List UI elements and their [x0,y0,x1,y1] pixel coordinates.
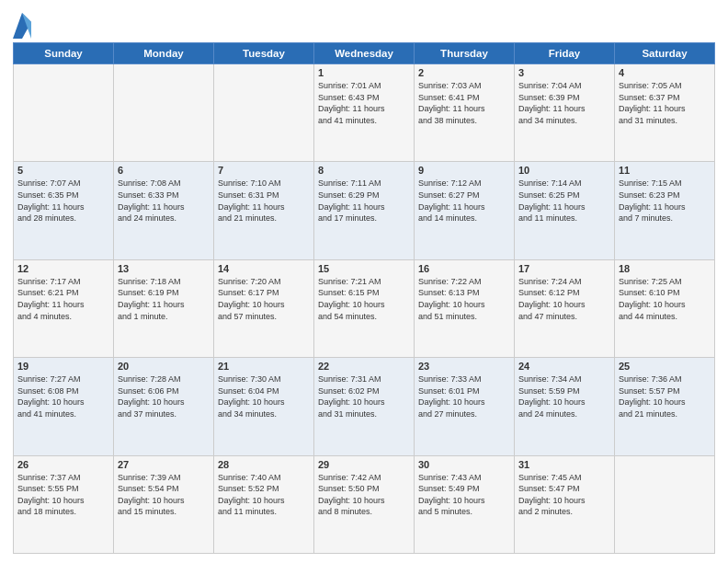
calendar-cell: 8Sunrise: 7:11 AMSunset: 6:29 PMDaylight… [314,162,415,259]
day-info: Sunrise: 7:05 AMSunset: 6:37 PMDaylight:… [619,80,711,126]
day-info: Sunrise: 7:20 AMSunset: 6:17 PMDaylight:… [218,276,310,322]
calendar-table: SundayMondayTuesdayWednesdayThursdayFrid… [13,42,715,554]
day-info: Sunrise: 7:17 AMSunset: 6:21 PMDaylight:… [17,276,109,322]
week-row-1: 5Sunrise: 7:07 AMSunset: 6:35 PMDaylight… [14,162,715,259]
day-info: Sunrise: 7:08 AMSunset: 6:33 PMDaylight:… [118,178,210,224]
calendar-header: SundayMondayTuesdayWednesdayThursdayFrid… [14,43,715,64]
day-info: Sunrise: 7:07 AMSunset: 6:35 PMDaylight:… [17,178,109,224]
calendar-cell: 15Sunrise: 7:21 AMSunset: 6:15 PMDayligh… [314,259,415,357]
calendar-cell: 26Sunrise: 7:37 AMSunset: 5:55 PMDayligh… [14,455,114,553]
day-number: 24 [518,361,610,372]
day-info: Sunrise: 7:21 AMSunset: 6:15 PMDaylight:… [318,276,410,322]
day-number: 12 [17,263,109,274]
day-info: Sunrise: 7:11 AMSunset: 6:29 PMDaylight:… [318,178,410,224]
calendar-cell: 4Sunrise: 7:05 AMSunset: 6:37 PMDaylight… [615,64,715,162]
calendar-cell [14,64,114,162]
day-info: Sunrise: 7:18 AMSunset: 6:19 PMDaylight:… [118,276,210,322]
calendar-cell: 24Sunrise: 7:34 AMSunset: 5:59 PMDayligh… [515,358,615,455]
calendar-cell: 9Sunrise: 7:12 AMSunset: 6:27 PMDaylight… [415,162,515,259]
day-number: 5 [17,165,109,176]
day-number: 17 [518,263,610,274]
day-number: 23 [418,361,510,372]
day-info: Sunrise: 7:43 AMSunset: 5:49 PMDaylight:… [418,472,510,518]
week-row-2: 12Sunrise: 7:17 AMSunset: 6:21 PMDayligh… [14,259,715,357]
day-info: Sunrise: 7:04 AMSunset: 6:39 PMDaylight:… [518,80,610,126]
calendar-cell: 20Sunrise: 7:28 AMSunset: 6:06 PMDayligh… [114,358,214,455]
day-number: 22 [318,361,410,372]
day-info: Sunrise: 7:42 AMSunset: 5:50 PMDaylight:… [318,472,410,518]
day-info: Sunrise: 7:27 AMSunset: 6:08 PMDaylight:… [17,373,109,419]
day-number: 6 [118,165,210,176]
day-number: 25 [619,361,711,372]
day-info: Sunrise: 7:45 AMSunset: 5:47 PMDaylight:… [518,472,610,518]
logo-icon [13,13,31,39]
day-header-friday: Friday [515,43,615,64]
week-row-3: 19Sunrise: 7:27 AMSunset: 6:08 PMDayligh… [14,358,715,455]
calendar-cell [615,455,715,553]
day-number: 7 [218,165,310,176]
day-number: 15 [318,263,410,274]
calendar-cell: 13Sunrise: 7:18 AMSunset: 6:19 PMDayligh… [114,259,214,357]
day-info: Sunrise: 7:33 AMSunset: 6:01 PMDaylight:… [418,373,510,419]
calendar-cell: 21Sunrise: 7:30 AMSunset: 6:04 PMDayligh… [214,358,314,455]
day-info: Sunrise: 7:12 AMSunset: 6:27 PMDaylight:… [418,178,510,224]
day-info: Sunrise: 7:03 AMSunset: 6:41 PMDaylight:… [418,80,510,126]
day-number: 13 [118,263,210,274]
day-number: 14 [218,263,310,274]
day-number: 29 [318,459,410,470]
calendar-cell: 27Sunrise: 7:39 AMSunset: 5:54 PMDayligh… [114,455,214,553]
day-info: Sunrise: 7:30 AMSunset: 6:04 PMDaylight:… [218,373,310,419]
calendar-cell: 11Sunrise: 7:15 AMSunset: 6:23 PMDayligh… [615,162,715,259]
calendar-cell [114,64,214,162]
day-info: Sunrise: 7:24 AMSunset: 6:12 PMDaylight:… [518,276,610,322]
day-number: 3 [518,67,610,78]
day-number: 16 [418,263,510,274]
week-row-0: 1Sunrise: 7:01 AMSunset: 6:43 PMDaylight… [14,64,715,162]
calendar-cell: 6Sunrise: 7:08 AMSunset: 6:33 PMDaylight… [114,162,214,259]
day-number: 27 [118,459,210,470]
calendar-cell: 19Sunrise: 7:27 AMSunset: 6:08 PMDayligh… [14,358,114,455]
day-info: Sunrise: 7:31 AMSunset: 6:02 PMDaylight:… [318,373,410,419]
day-number: 30 [418,459,510,470]
day-header-saturday: Saturday [615,43,715,64]
calendar-cell: 17Sunrise: 7:24 AMSunset: 6:12 PMDayligh… [515,259,615,357]
calendar-cell: 14Sunrise: 7:20 AMSunset: 6:17 PMDayligh… [214,259,314,357]
day-number: 28 [218,459,310,470]
calendar-body: 1Sunrise: 7:01 AMSunset: 6:43 PMDaylight… [14,64,715,554]
day-number: 1 [318,67,410,78]
calendar-cell: 23Sunrise: 7:33 AMSunset: 6:01 PMDayligh… [415,358,515,455]
day-number: 10 [518,165,610,176]
calendar-cell: 22Sunrise: 7:31 AMSunset: 6:02 PMDayligh… [314,358,415,455]
days-row: SundayMondayTuesdayWednesdayThursdayFrid… [14,43,715,64]
week-row-4: 26Sunrise: 7:37 AMSunset: 5:55 PMDayligh… [14,455,715,553]
calendar-cell: 12Sunrise: 7:17 AMSunset: 6:21 PMDayligh… [14,259,114,357]
calendar-cell: 31Sunrise: 7:45 AMSunset: 5:47 PMDayligh… [515,455,615,553]
day-header-monday: Monday [114,43,214,64]
day-header-tuesday: Tuesday [214,43,314,64]
day-number: 20 [118,361,210,372]
day-info: Sunrise: 7:25 AMSunset: 6:10 PMDaylight:… [619,276,711,322]
day-info: Sunrise: 7:34 AMSunset: 5:59 PMDaylight:… [518,373,610,419]
day-number: 8 [318,165,410,176]
day-number: 2 [418,67,510,78]
calendar-cell: 30Sunrise: 7:43 AMSunset: 5:49 PMDayligh… [415,455,515,553]
calendar-cell: 2Sunrise: 7:03 AMSunset: 6:41 PMDaylight… [415,64,515,162]
day-header-wednesday: Wednesday [314,43,415,64]
calendar-cell: 10Sunrise: 7:14 AMSunset: 6:25 PMDayligh… [515,162,615,259]
day-info: Sunrise: 7:10 AMSunset: 6:31 PMDaylight:… [218,178,310,224]
day-info: Sunrise: 7:15 AMSunset: 6:23 PMDaylight:… [619,178,711,224]
calendar-cell: 16Sunrise: 7:22 AMSunset: 6:13 PMDayligh… [415,259,515,357]
day-header-sunday: Sunday [14,43,114,64]
day-info: Sunrise: 7:39 AMSunset: 5:54 PMDaylight:… [118,472,210,518]
page: SundayMondayTuesdayWednesdayThursdayFrid… [0,0,728,563]
day-number: 18 [619,263,711,274]
calendar-cell: 3Sunrise: 7:04 AMSunset: 6:39 PMDaylight… [515,64,615,162]
header [13,9,715,39]
calendar-cell: 7Sunrise: 7:10 AMSunset: 6:31 PMDaylight… [214,162,314,259]
day-info: Sunrise: 7:22 AMSunset: 6:13 PMDaylight:… [418,276,510,322]
day-info: Sunrise: 7:40 AMSunset: 5:52 PMDaylight:… [218,472,310,518]
calendar-cell: 25Sunrise: 7:36 AMSunset: 5:57 PMDayligh… [615,358,715,455]
day-number: 4 [619,67,711,78]
calendar-cell: 5Sunrise: 7:07 AMSunset: 6:35 PMDaylight… [14,162,114,259]
calendar-cell [214,64,314,162]
